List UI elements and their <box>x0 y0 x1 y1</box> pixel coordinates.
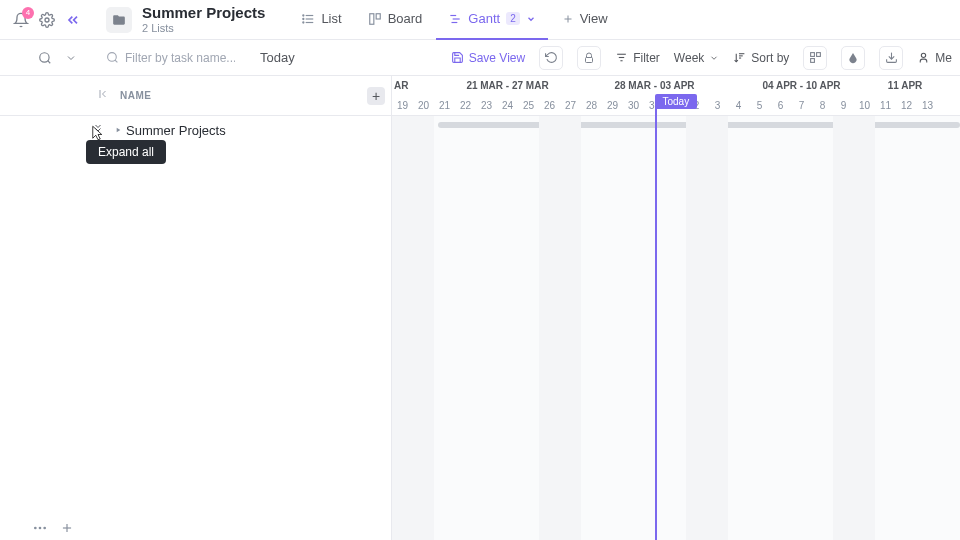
folder-chip[interactable] <box>106 7 132 33</box>
svg-point-16 <box>108 53 117 62</box>
week-cell: 04 APR - 10 APR <box>728 80 875 91</box>
filter-button[interactable]: Filter <box>615 51 660 65</box>
plus-icon[interactable] <box>60 521 74 535</box>
week-row: AR 21 MAR - 27 MAR28 MAR - 03 APR04 APR … <box>392 76 960 96</box>
week-prefix: AR <box>392 80 434 91</box>
lock-button[interactable] <box>577 46 601 70</box>
gantt-body: Today <box>392 116 960 540</box>
weekend-stripe <box>833 116 854 540</box>
tab-board-label: Board <box>388 11 423 26</box>
day-cell: 12 <box>896 100 917 111</box>
day-cell: 4 <box>728 100 749 111</box>
search-toggle[interactable] <box>36 49 54 67</box>
tab-gantt-label: Gantt <box>468 11 500 26</box>
svg-point-28 <box>34 527 37 530</box>
weekend-stripe <box>413 116 434 540</box>
day-cell: 13 <box>917 100 938 111</box>
save-view-label: Save View <box>469 51 525 65</box>
day-cell: 8 <box>812 100 833 111</box>
svg-point-30 <box>43 527 46 530</box>
weekend-stripe <box>707 116 728 540</box>
week-dropdown[interactable]: Week <box>674 51 719 65</box>
svg-rect-7 <box>369 13 373 24</box>
export-button[interactable] <box>879 46 903 70</box>
tab-list[interactable]: List <box>289 0 353 40</box>
day-cell: 5 <box>749 100 770 111</box>
svg-point-0 <box>45 18 49 22</box>
view-tabs: List Board Gantt 2 View <box>289 0 619 39</box>
settings-button[interactable] <box>38 11 56 29</box>
gantt-area[interactable]: AR 21 MAR - 27 MAR28 MAR - 03 APR04 APR … <box>392 76 960 540</box>
add-view-button[interactable]: View <box>550 0 620 40</box>
toolbar: Today Save View Filter Week Sort by <box>0 40 960 76</box>
history-button[interactable] <box>539 46 563 70</box>
me-button[interactable]: Me <box>917 51 952 65</box>
right-tools: Save View Filter Week Sort by <box>451 46 952 70</box>
svg-point-5 <box>303 18 304 19</box>
tab-list-label: List <box>321 11 341 26</box>
left-tools <box>8 49 80 67</box>
folder-icon <box>112 13 126 27</box>
save-view-button[interactable]: Save View <box>451 51 525 65</box>
list-icon <box>301 12 315 26</box>
day-cell: 25 <box>518 100 539 111</box>
top-header: 4 Summer Projects 2 Lists List Board Gan… <box>0 0 960 40</box>
week-label: Week <box>674 51 704 65</box>
user-icon <box>917 51 930 64</box>
history-icon <box>545 51 558 64</box>
page-title: Summer Projects <box>142 4 265 22</box>
content: NAME + Summer Projects Expand all AR 21 … <box>0 76 960 540</box>
sort-button[interactable]: Sort by <box>733 51 789 65</box>
svg-point-26 <box>922 53 926 57</box>
collapse-sidebar-button[interactable] <box>64 11 82 29</box>
tab-board[interactable]: Board <box>356 0 435 40</box>
save-icon <box>451 51 464 64</box>
drop-icon <box>847 52 859 64</box>
expand-all-button[interactable] <box>92 122 104 134</box>
week-cell: 28 MAR - 03 APR <box>581 80 728 91</box>
group-icon <box>809 51 822 64</box>
day-cell: 20 <box>413 100 434 111</box>
filter-label: Filter <box>633 51 660 65</box>
weekend-stripe <box>854 116 875 540</box>
day-cell: 7 <box>791 100 812 111</box>
today-label: Today <box>655 94 698 109</box>
lock-icon <box>583 52 595 64</box>
day-cell: 27 <box>560 100 581 111</box>
today-button[interactable]: Today <box>260 50 295 65</box>
svg-rect-22 <box>810 53 814 57</box>
color-button[interactable] <box>841 46 865 70</box>
me-label: Me <box>935 51 952 65</box>
group-button[interactable] <box>803 46 827 70</box>
day-cell: 11 <box>875 100 896 111</box>
sort-label: Sort by <box>751 51 789 65</box>
day-cell: 26 <box>539 100 560 111</box>
gear-icon <box>39 12 55 28</box>
day-cell: 30 <box>623 100 644 111</box>
day-cell: 9 <box>833 100 854 111</box>
svg-rect-18 <box>586 57 593 62</box>
search-box <box>106 51 254 65</box>
caret-right-icon[interactable] <box>114 126 122 134</box>
collapse-panel-icon[interactable] <box>98 88 110 100</box>
day-cell: 24 <box>497 100 518 111</box>
svg-point-4 <box>303 14 304 15</box>
tab-gantt[interactable]: Gantt 2 <box>436 0 547 40</box>
tab-gantt-count: 2 <box>506 12 520 25</box>
search-options[interactable] <box>62 49 80 67</box>
week-cell: 21 MAR - 27 MAR <box>434 80 581 91</box>
more-icon[interactable] <box>32 520 48 536</box>
search-icon <box>38 51 52 65</box>
svg-point-6 <box>303 21 304 22</box>
gantt-icon <box>448 12 462 26</box>
weekend-stripe <box>392 116 413 540</box>
search-input[interactable] <box>125 51 235 65</box>
day-cell: 23 <box>476 100 497 111</box>
svg-point-14 <box>40 52 49 61</box>
tree-item-label: Summer Projects <box>126 123 226 138</box>
notifications-button[interactable]: 4 <box>12 11 30 29</box>
add-task-button[interactable]: + <box>367 87 385 105</box>
tree-row[interactable]: Summer Projects Expand all <box>0 116 391 144</box>
day-cell: 29 <box>602 100 623 111</box>
chevron-down-icon <box>709 53 719 63</box>
